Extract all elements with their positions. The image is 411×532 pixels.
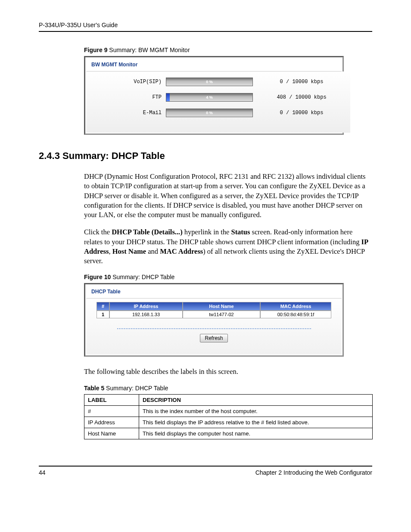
figure10-caption-bold: Figure 10 (84, 274, 111, 280)
dhcp-table-header: # IP Address Host Name MAC Address (97, 302, 331, 311)
refresh-button[interactable]: Refresh (200, 334, 227, 342)
bw-progress-text: 0 % (206, 80, 213, 84)
figure9-caption: Figure 9 Summary: BW MGMT Monitor (84, 47, 372, 53)
page-header: P-334U/P-335U User's Guide (39, 22, 372, 32)
bw-row-label: VoIP(SIP) (90, 79, 166, 85)
table5-caption-text: Summary: DHCP Table (104, 385, 168, 392)
figure9-caption-text: Summary: BW MGMT Monitor (107, 47, 190, 53)
dhcp-cell-host: tw11477-02 (183, 311, 260, 318)
dhcp-col-ip: IP Address (109, 302, 183, 311)
table-header-row: LABEL DESCRIPTION (84, 394, 373, 405)
dhcp-cell-ip: 192.168.1.33 (109, 311, 183, 318)
description-table: LABEL DESCRIPTION # This is the index nu… (84, 394, 373, 439)
figure10-caption: Figure 10 Summary: DHCP Table (84, 274, 372, 280)
page-number: 44 (39, 469, 46, 476)
table-row: # This is the index number of the host c… (84, 405, 373, 417)
section-para3: The following table describes the labels… (84, 367, 372, 376)
bw-row-value: 0 / 10000 kbps (253, 79, 346, 85)
td-label: # (84, 405, 139, 417)
td-desc: This is the index number of the host com… (139, 405, 373, 417)
section-para1: DHCP (Dynamic Host Configuration Protoco… (84, 172, 372, 220)
bw-row-label: E-Mail (90, 110, 166, 116)
table-row: IP Address This field displays the IP ad… (84, 417, 373, 428)
td-label: Host Name (84, 428, 139, 439)
bw-progress-bar: 0 % (166, 109, 253, 117)
td-label: IP Address (84, 417, 139, 428)
figure9-caption-bold: Figure 9 (84, 47, 107, 53)
divider (117, 328, 311, 330)
dhcp-panel-title: DHCP Table (86, 285, 342, 299)
dhcp-panel: DHCP Table # IP Address Host Name MAC Ad… (84, 283, 344, 357)
td-desc: This field displays the IP address relat… (139, 417, 373, 428)
dhcp-cell-mac: 00:50:8d:48:59:1f (260, 311, 331, 318)
th-label: LABEL (84, 394, 139, 405)
bw-progress-text: 0 % (206, 111, 213, 115)
dhcp-col-host: Host Name (183, 302, 260, 311)
bw-row: FTP 4 % 408 / 10000 kbps (90, 90, 346, 105)
dhcp-table: # IP Address Host Name MAC Address 1 192… (86, 299, 342, 318)
bw-row-value: 408 / 10000 kbps (253, 94, 346, 100)
table-row: Host Name This field displays the comput… (84, 428, 373, 439)
bw-row-label: FTP (90, 94, 166, 100)
bw-mgmt-title: BW MGMT Monitor (86, 58, 342, 72)
section-heading: 2.4.3 Summary: DHCP Table (39, 150, 372, 162)
dhcp-table-row: 1 192.168.1.33 tw11477-02 00:50:8d:48:59… (97, 311, 331, 318)
table5-caption-bold: Table 5 (84, 385, 104, 392)
chapter-label: Chapter 2 Introducing the Web Configurat… (255, 469, 372, 476)
bw-mgmt-panel: BW MGMT Monitor VoIP(SIP) 0 % 0 / 10000 … (84, 56, 344, 135)
bw-row: E-Mail 0 % 0 / 10000 kbps (90, 105, 346, 121)
bw-progress-bar: 4 % (166, 93, 253, 102)
bw-progress-text: 4 % (206, 95, 213, 100)
dhcp-cell-index: 1 (97, 311, 109, 318)
th-description: DESCRIPTION (139, 394, 373, 405)
section-para2: Click the DHCP Table (Details...) hyperl… (84, 227, 372, 266)
bw-progress-bar: 0 % (166, 78, 253, 86)
bw-row-value: 0 / 10000 kbps (253, 110, 346, 116)
figure10-caption-text: Summary: DHCP Table (111, 274, 174, 280)
bw-mgmt-rows: VoIP(SIP) 0 % 0 / 10000 kbps FTP 4 % 408… (86, 72, 350, 133)
bw-row: VoIP(SIP) 0 % 0 / 10000 kbps (90, 74, 346, 90)
dhcp-col-mac: MAC Address (260, 302, 331, 311)
td-desc: This field displays the computer host na… (139, 428, 373, 439)
dhcp-col-index: # (97, 302, 109, 311)
page-footer: 44 Chapter 2 Introducing the Web Configu… (39, 466, 372, 476)
bw-progress-fill (166, 93, 170, 101)
table5-caption: Table 5 Summary: DHCP Table (84, 385, 372, 392)
